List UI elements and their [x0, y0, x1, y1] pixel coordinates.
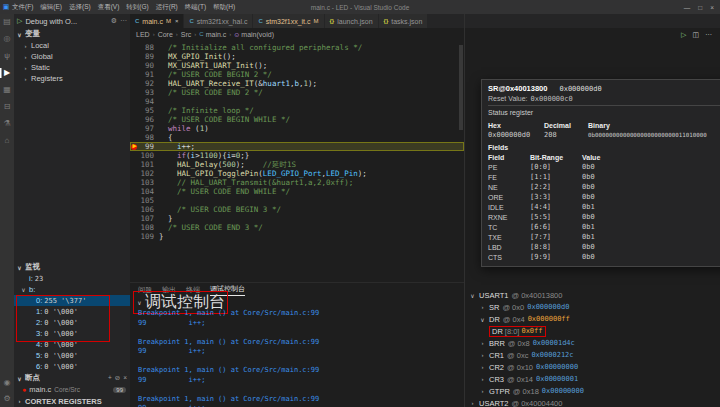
variables-scope-static[interactable]: ›Static	[14, 62, 130, 73]
line-number[interactable]: 102	[139, 169, 159, 178]
close-icon[interactable]: ×	[710, 4, 714, 11]
menu-item[interactable]: 文件(F)	[12, 3, 33, 12]
code-line-99[interactable]: ▶99 i++;	[130, 142, 464, 151]
menu-item[interactable]: 编辑(E)	[40, 3, 62, 12]
menu-item[interactable]: 查看(V)	[98, 3, 120, 12]
peripheral-register-cr2[interactable]: ›CR2@ 0x100x00000000	[465, 361, 720, 373]
code-line-104[interactable]: 104 /* USER CODE END WHILE */	[130, 187, 464, 196]
code-line-105[interactable]: 105	[130, 196, 464, 205]
code-line-95[interactable]: 95 /* Infinite loop */	[130, 106, 464, 115]
line-number[interactable]: 96	[139, 115, 159, 124]
code-line-107[interactable]: 107 }	[130, 214, 464, 223]
breakpoints-section-header[interactable]: ∨ 断点 +⊘×	[14, 372, 130, 384]
line-number[interactable]: 93	[139, 88, 159, 97]
line-number[interactable]: 104	[139, 187, 159, 196]
menu-item[interactable]: 帮助(H)	[213, 3, 235, 12]
tab-stm32f1xx_hal.c[interactable]: Cstm32f1xx_hal.c	[184, 14, 253, 28]
watch-section-header[interactable]: ∨ 监视	[14, 261, 130, 273]
breadcrumb-item[interactable]: ⊙main(void)	[234, 31, 274, 38]
extensions-icon[interactable]: ▦	[0, 85, 14, 95]
search-icon[interactable]: ◎	[0, 34, 14, 44]
watch-array-item[interactable]: 2:0 '\000'	[14, 317, 130, 328]
watch-array-item[interactable]: 5:0 '\000'	[14, 350, 130, 361]
docker-icon[interactable]: ⌂	[0, 136, 14, 146]
breadcrumb-item[interactable]: LED	[136, 31, 150, 38]
code-line-98[interactable]: 98 {	[130, 133, 464, 142]
peripheral-register-gtpr[interactable]: ›GTPR@ 0x180x00000000	[465, 385, 720, 397]
peripheral-register-dr[interactable]: ∨DR@ 0x40x000000ff	[465, 313, 720, 325]
line-number[interactable]: 109	[139, 232, 159, 241]
breakpoint-item[interactable]: ●main.cCore/Src99	[14, 384, 130, 395]
peripheral-register-brr[interactable]: ›BRR@ 0x80x00001d4c	[465, 337, 720, 349]
code-line-94[interactable]: 94	[130, 97, 464, 106]
line-number[interactable]: 89	[139, 52, 159, 61]
run-and-debug-icon[interactable]: ▶	[0, 68, 14, 78]
source-control-icon[interactable]: ψ	[0, 51, 14, 61]
cortex-registers-section-header[interactable]: › CORTEX REGISTERS	[14, 395, 130, 407]
variables-scope-global[interactable]: ›Global	[14, 51, 130, 62]
code-line-88[interactable]: 88 /* Initialize all configured peripher…	[130, 43, 464, 52]
tab-launch.json[interactable]: {}launch.json	[325, 14, 379, 28]
code-editor[interactable]: 88 /* Initialize all configured peripher…	[130, 40, 464, 282]
code-line-100[interactable]: 100 if(i>1100){i=0;}	[130, 151, 464, 160]
tab-tasks.json[interactable]: {}tasks.json	[379, 14, 429, 28]
code-line-103[interactable]: 103 // HAL_UART_Transmit(&huart1,a,2,0xf…	[130, 178, 464, 187]
tab-stm32f1xx_it.c[interactable]: Cstm32f1xx_it.cM	[253, 14, 324, 28]
peripheral-register-sr[interactable]: ›SR@ 0x00x000000d0	[465, 301, 720, 313]
breakpoints-action-icon[interactable]: ×	[123, 374, 127, 382]
variables-section-header[interactable]: ∨ 变量	[14, 28, 130, 40]
close-icon[interactable]: ×	[175, 18, 179, 24]
peripheral-register-cr1[interactable]: ›CR1@ 0xc0x0000212c	[465, 349, 720, 361]
minimize-icon[interactable]: —	[684, 4, 691, 11]
line-number[interactable]: 100	[139, 151, 159, 160]
maximize-icon[interactable]: □	[698, 4, 702, 11]
menu-item[interactable]: 转到(G)	[126, 3, 148, 12]
code-line-97[interactable]: 97 while (1)	[130, 124, 464, 133]
code-line-90[interactable]: 90 MX_USART1_UART_Init();	[130, 61, 464, 70]
watch-array-item[interactable]: 0:255 '\377'	[14, 295, 130, 306]
variables-scope-local[interactable]: ›Local	[14, 40, 130, 51]
line-number[interactable]: 103	[139, 178, 159, 187]
line-number[interactable]: 105	[139, 196, 159, 205]
explorer-icon[interactable]: ▤	[0, 17, 14, 27]
start-debugging-button[interactable]: ▷	[17, 17, 22, 25]
peripheral-register-usart2[interactable]: ›USART2@ 0x40004400	[465, 397, 720, 407]
variables-scope-registers[interactable]: ›Registers	[14, 73, 130, 84]
code-line-109[interactable]: 109}	[130, 232, 464, 241]
line-number[interactable]: 91	[139, 70, 159, 79]
code-line-93[interactable]: 93 /* USER CODE END 2 */	[130, 88, 464, 97]
watch-array-item[interactable]: 6:0 '\000'	[14, 361, 130, 372]
peripheral-register-usart1[interactable]: ∨USART1@ 0x40013800	[465, 289, 720, 301]
breadcrumb-item[interactable]: Cmain.c	[199, 31, 226, 38]
line-number[interactable]: 92	[139, 79, 159, 88]
line-number[interactable]: 101	[139, 160, 159, 169]
run-icon[interactable]: ▷	[681, 31, 686, 39]
tab-main.c[interactable]: Cmain.cM×	[130, 14, 184, 28]
test-icon[interactable]: ⚗	[0, 119, 14, 129]
code-line-91[interactable]: 91 /* USER CODE BEGIN 2 */	[130, 70, 464, 79]
menu-item[interactable]: 运行(R)	[156, 3, 178, 12]
debug-console-output[interactable]: Breakpoint 1, main () at Core/Src/main.c…	[130, 309, 464, 407]
code-line-101[interactable]: 101 HAL_Delay(500); //延时1S	[130, 160, 464, 169]
line-number[interactable]: 90	[139, 61, 159, 70]
line-number[interactable]: 97	[139, 124, 159, 133]
peripheral-register-dr[interactable]: DR[8:0]0x0ff	[465, 325, 720, 337]
code-line-108[interactable]: 108 /* USER CODE END 3 */	[130, 223, 464, 232]
line-number[interactable]: 99	[139, 142, 159, 151]
line-number[interactable]: 106	[139, 205, 159, 214]
code-line-92[interactable]: 92 HAL_UART_Receive_IT(&huart1,b,1);	[130, 79, 464, 88]
line-number[interactable]: 107	[139, 214, 159, 223]
breadcrumb-item[interactable]: Core	[158, 31, 173, 38]
code-line-96[interactable]: 96 /* USER CODE BEGIN WHILE */	[130, 115, 464, 124]
line-number[interactable]: 108	[139, 223, 159, 232]
code-line-102[interactable]: 102 HAL_GPIO_TogglePin(LED_GPIO_Port,LED…	[130, 169, 464, 178]
more-actions-icon[interactable]: ⋯	[120, 17, 127, 25]
split-editor-icon[interactable]: ◫	[692, 31, 699, 39]
breakpoints-action-icon[interactable]: ⊘	[115, 374, 120, 382]
line-number[interactable]: 88	[139, 43, 159, 52]
code-line-106[interactable]: 106 /* USER CODE BEGIN 3 */	[130, 205, 464, 214]
watch-array-item[interactable]: 3:0 '\000'	[14, 328, 130, 339]
watch-array-item[interactable]: 1:0 '\000'	[14, 306, 130, 317]
settings-gear-icon[interactable]: ⚙	[0, 394, 14, 404]
peripheral-register-cr3[interactable]: ›CR3@ 0x140x00000001	[465, 373, 720, 385]
